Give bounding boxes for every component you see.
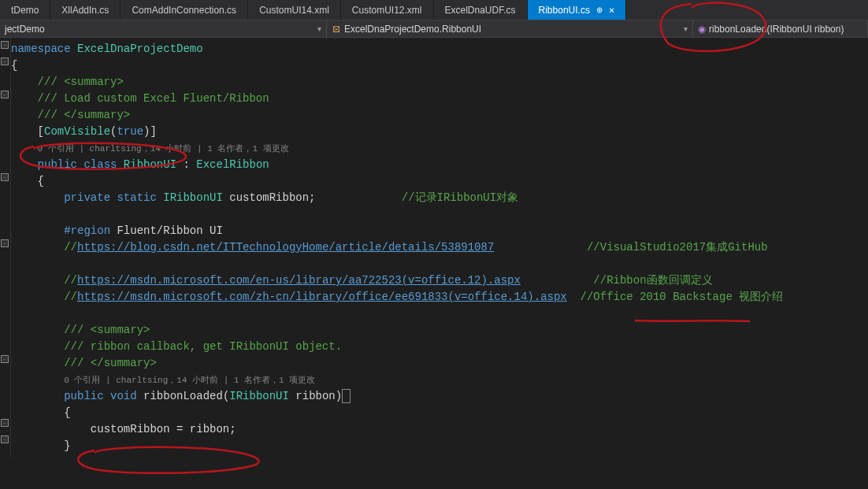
dropdown-icon: ▾: [317, 24, 321, 33]
tab-comaddinconnection[interactable]: ComAddInConnection.cs: [121, 0, 248, 20]
code-editor[interactable]: - - - - - - - - namespace ExcelDnaProjec…: [0, 38, 868, 458]
codelens[interactable]: 0 个引用 | charltsing，14 小时前 | 1 名作者，1 项更改: [38, 144, 289, 154]
gutter: - - - - - - - -: [0, 38, 11, 458]
fold-icon[interactable]: -: [1, 355, 9, 363]
fold-icon[interactable]: -: [1, 57, 9, 65]
method-icon: ◉: [698, 24, 706, 35]
breadcrumb: jectDemo▾ 🝱 ExcelDnaProjectDemo.RibbonUI…: [0, 20, 868, 38]
tab-exceldnaudf[interactable]: ExcelDnaUDF.cs: [434, 0, 528, 20]
close-icon[interactable]: ×: [609, 5, 614, 16]
link-csdn[interactable]: https://blog.csdn.net/ITTechnologyHome/a…: [77, 241, 494, 254]
tab-tdemo[interactable]: tDemo: [0, 0, 50, 20]
fold-icon[interactable]: -: [1, 419, 9, 427]
class-icon: 🝱: [332, 24, 341, 35]
link-msdn1[interactable]: https://msdn.microsoft.com/en-us/library…: [77, 274, 521, 287]
tab-bar: tDemo XllAddIn.cs ComAddInConnection.cs …: [0, 0, 868, 20]
pin-icon[interactable]: ⊕: [596, 6, 603, 14]
tab-xlladdin[interactable]: XllAddIn.cs: [50, 0, 121, 20]
tab-customui14[interactable]: CustomUI14.xml: [248, 0, 341, 20]
fold-icon[interactable]: -: [1, 239, 9, 247]
dropdown-icon: ▾: [684, 24, 688, 33]
tab-customui12[interactable]: CustomUI12.xml: [341, 0, 434, 20]
fold-icon[interactable]: -: [1, 41, 9, 49]
fold-icon[interactable]: -: [1, 91, 9, 98]
breadcrumb-project[interactable]: jectDemo▾: [0, 20, 327, 37]
breadcrumb-method[interactable]: ◉ ribbonLoaded(IRibbonUI ribbon): [693, 20, 868, 37]
link-msdn2[interactable]: https://msdn.microsoft.com/zh-cn/library…: [77, 291, 567, 303]
breadcrumb-class[interactable]: 🝱 ExcelDnaProjectDemo.RibbonUI▾: [327, 20, 693, 37]
code-content[interactable]: namespace ExcelDnaProjectDemo { /// <sum…: [11, 38, 783, 458]
tab-ribbonui[interactable]: RibbonUI.cs ⊕ ×: [528, 0, 627, 20]
fold-icon[interactable]: -: [1, 435, 9, 443]
codelens[interactable]: 0 个引用 | charltsing，14 小时前 | 1 名作者，1 项更改: [64, 376, 315, 385]
fold-icon[interactable]: -: [1, 173, 9, 181]
